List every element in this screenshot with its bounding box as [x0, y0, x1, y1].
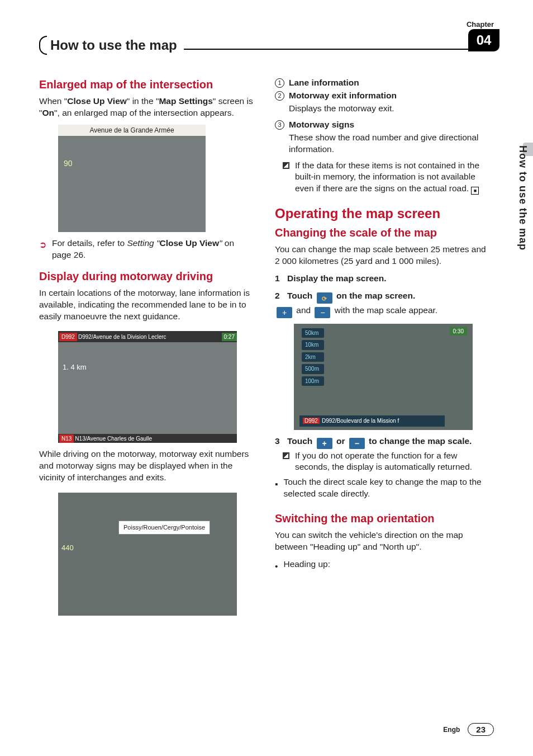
legend-label-1: Lane information: [289, 77, 359, 89]
step-1-number: 1: [275, 273, 287, 285]
note-icon: [283, 162, 289, 169]
step-2-text: Touch on the map screen.: [287, 290, 415, 304]
intersection-map-screenshot: Avenue de la Grande Armée 90: [58, 125, 206, 232]
step-2-number: 2: [275, 290, 287, 304]
reference-arrow-icon: ➲: [39, 239, 46, 251]
map-top-bar: D992 D992/Avenue de la Division Leclerc …: [58, 331, 237, 342]
map-bottom-bar: D992D992/Boulevard de la Mission f: [299, 415, 445, 427]
motorway-screenshot-2-wrapper: ② ③ Poissy/Rouen/Cergy/Pontoise 440: [39, 493, 255, 616]
compass-icon: [317, 292, 332, 304]
page-footer: Engb 23: [443, 723, 494, 736]
right-column: 1 Lane information 2 Motorway exit infor…: [275, 77, 491, 621]
scale-option: 50km: [302, 328, 324, 338]
zoom-out-icon: [315, 307, 330, 318]
motorway-paragraph-1: In certain locations of the motorway, la…: [39, 287, 255, 323]
motorway-map-screenshot-1: D992 D992/Avenue de la Division Leclerc …: [58, 331, 237, 443]
map-street-label: Avenue de la Grande Armée: [58, 125, 206, 136]
heading-operating: Operating the map screen: [275, 205, 491, 223]
bullet-text-1: Touch the direct scale key to change the…: [284, 476, 491, 500]
motorway-map-screenshot-2: Poissy/Rouen/Cergy/Pontoise 440: [58, 493, 237, 616]
note-text-1: If the data for these items is not conta…: [295, 160, 491, 195]
legend-desc-2: Displays the motorway exit.: [289, 103, 491, 115]
zoom-in-icon: [317, 438, 332, 449]
section-end-icon: ■: [471, 187, 479, 195]
chapter-number-badge: 04: [468, 29, 499, 51]
motorway-paragraph-2: While driving on the motorway, motorway …: [39, 448, 255, 484]
reference-text: For details, refer to Setting "Close Up …: [52, 238, 255, 261]
language-code: Engb: [443, 726, 460, 734]
eta-badge: 0:27: [222, 333, 237, 342]
left-column: Enlarged map of the intersection When "C…: [39, 77, 255, 621]
turn-distance: 1. 4 km: [63, 362, 87, 372]
step-3-number: 3: [275, 436, 287, 449]
zoom-out-icon: [349, 438, 365, 449]
step-2: 2 Touch on the map screen.: [275, 290, 491, 304]
note-icon: [283, 452, 289, 459]
legend-number-3: 3: [275, 120, 284, 130]
road-name-bottom: N13/Avenue Charles de Gaulle: [75, 435, 152, 443]
legend-number-1: 1: [275, 78, 284, 88]
legend-number-2: 2: [275, 91, 284, 101]
heading-motorway-display: Display during motorway driving: [39, 269, 255, 284]
legend-item-3: 3 Motorway signs: [275, 119, 491, 131]
legend-label-3: Motorway signs: [289, 119, 354, 131]
eta-badge: 0:30: [450, 327, 467, 336]
note-text-2: If you do not operate the function for a…: [295, 450, 491, 474]
motorway-screenshot-1-wrapper: ① D992 D992/Avenue de la Division Lecler…: [39, 331, 255, 443]
heading-switching-orientation: Switching the map orientation: [275, 511, 491, 526]
legend-item-1: 1 Lane information: [275, 77, 491, 89]
heading-changing-scale: Changing the scale of the map: [275, 225, 491, 240]
step-2-sub: and with the map scale appear.: [275, 305, 491, 318]
road-name: D992/Boulevard de la Mission f: [322, 418, 399, 424]
motorway-sign-text: Poissy/Rouen/Cergy/Pontoise: [118, 521, 210, 535]
map-bottom-bar: N13 N13/Avenue Charles de Gaulle: [58, 434, 237, 443]
chapter-label: Chapter: [467, 20, 494, 29]
header-ornament-icon: [39, 36, 47, 55]
scale-option: 100m: [302, 376, 324, 386]
content-columns: Enlarged map of the intersection When "C…: [39, 77, 494, 621]
changing-scale-paragraph: You can change the map scale between 25 …: [275, 244, 491, 267]
bullet-heading-up: • Heading up:: [275, 559, 491, 573]
scale-option: 500m: [302, 364, 324, 374]
step-1: 1 Display the map screen.: [275, 273, 491, 285]
motorway-distance: 440: [61, 543, 74, 553]
legend-desc-3: These show the road number and give dire…: [289, 132, 491, 155]
note-item-2: If you do not operate the function for a…: [283, 450, 491, 474]
heading-enlarged-map: Enlarged map of the intersection: [39, 77, 255, 92]
step-1-text: Display the map screen.: [287, 273, 386, 285]
legend-item-2: 2 Motorway exit information: [275, 90, 491, 102]
scale-map-screenshot: 50km 10km 2km 500m 100m 0:30 D992D992/Bo…: [294, 324, 473, 430]
map-distance-label: 90: [64, 158, 73, 169]
bullet-item-1: ▪ Touch the direct scale key to change t…: [275, 476, 491, 500]
bullet-icon: ▪: [275, 479, 278, 500]
side-tab-label: How to use the map: [517, 145, 529, 251]
page-number: 23: [468, 723, 494, 736]
switching-paragraph: You can switch the vehicle's direction o…: [275, 530, 491, 553]
section-header: How to use the map: [39, 36, 494, 55]
heading-up-label: Heading up:: [283, 559, 330, 573]
enlarged-map-paragraph: When "Close Up View" in the "Map Setting…: [39, 96, 255, 119]
page: Chapter 04 How to use the map How to use…: [0, 0, 533, 756]
scale-option: 10km: [302, 340, 324, 350]
scale-option: 2km: [302, 352, 324, 362]
road-badge: D992: [59, 333, 77, 342]
legend-label-2: Motorway exit information: [289, 90, 397, 102]
scale-buttons-column: 50km 10km 2km 500m 100m: [302, 328, 324, 386]
road-badge: D992: [303, 418, 320, 424]
section-title: How to use the map: [47, 37, 180, 53]
note-item-1: If the data for these items is not conta…: [283, 160, 491, 195]
header-rule: [184, 49, 494, 50]
cross-reference: ➲ For details, refer to Setting "Close U…: [39, 238, 255, 261]
road-badge-bottom: N13: [59, 434, 74, 443]
zoom-in-icon: [277, 307, 292, 318]
road-name: D992/Avenue de la Division Leclerc: [78, 333, 166, 341]
step-3-text: Touch or to change the map scale.: [287, 436, 472, 449]
step-3: 3 Touch or to change the map scale.: [275, 436, 491, 449]
bullet-icon: •: [275, 561, 278, 573]
